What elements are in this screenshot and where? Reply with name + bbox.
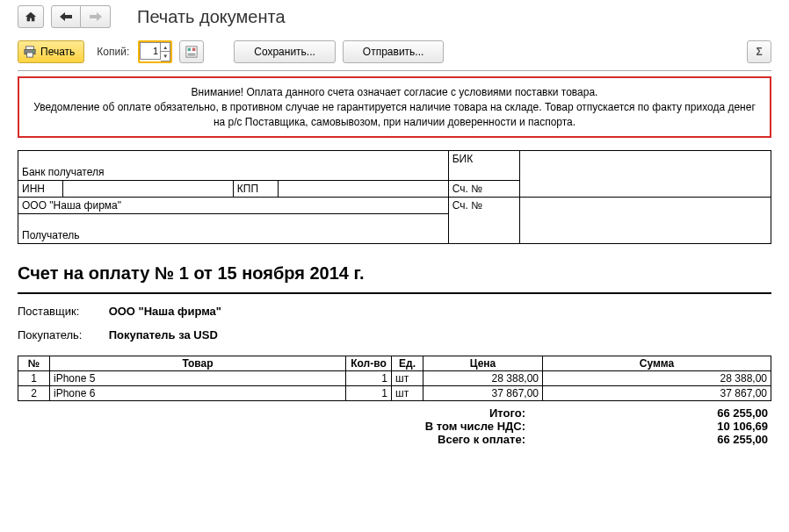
copies-spin: ▲ ▼ xyxy=(161,42,170,61)
buyer-value: Покупатель за USD xyxy=(109,328,218,341)
toolbar: Печать Копий: ▲ ▼ Сохранить... Отправить… xyxy=(0,37,789,70)
print-label: Печать xyxy=(40,46,75,58)
cell-name: iPhone 6 xyxy=(50,386,346,401)
back-button[interactable] xyxy=(51,5,81,28)
cell-num: 2 xyxy=(18,386,50,401)
acc2-value xyxy=(520,198,771,244)
col-unit: Ед. xyxy=(392,356,423,371)
topbar: Печать документа xyxy=(0,0,789,37)
copies-input[interactable] xyxy=(140,42,161,60)
template-button[interactable] xyxy=(179,40,204,63)
home-button[interactable] xyxy=(18,5,44,28)
sigma-icon: Σ xyxy=(756,46,762,58)
vat-value: 10 106,69 xyxy=(543,420,771,433)
supplier-label: Поставщик: xyxy=(18,305,105,318)
cell-sum: 37 867,00 xyxy=(543,386,771,401)
cell-qty: 1 xyxy=(346,371,392,386)
grand-label: Всего к оплате: xyxy=(18,433,543,446)
cell-qty: 1 xyxy=(346,386,392,401)
inn-label: ИНН xyxy=(18,181,63,198)
buyer-row: Покупатель: Покупатель за USD xyxy=(18,328,771,341)
printer-icon xyxy=(24,46,36,58)
cell-unit: шт xyxy=(392,371,423,386)
bik-label: БИК xyxy=(448,151,520,181)
svg-rect-2 xyxy=(27,53,33,57)
table-row: 2 iPhone 6 1 шт 37 867,00 37 867,00 xyxy=(18,386,771,401)
spin-down[interactable]: ▼ xyxy=(161,52,170,61)
subtotal-label: Итого: xyxy=(18,406,543,420)
grand-value: 66 255,00 xyxy=(543,433,771,446)
bank-table: Банк получателя БИК ИНН КПП Сч. № ООО "Н… xyxy=(18,150,771,244)
bik-value xyxy=(520,151,771,198)
cell-price: 28 388,00 xyxy=(423,371,543,386)
col-sum: Сумма xyxy=(543,356,771,371)
warning-line2: Уведомление об оплате обязательно, в про… xyxy=(28,100,761,130)
warning-box: Внимание! Оплата данного счета означает … xyxy=(18,76,771,138)
acc2-label: Сч. № xyxy=(448,198,520,244)
col-qty: Кол-во xyxy=(346,356,392,371)
kpp-label: КПП xyxy=(233,181,278,198)
arrow-left-icon xyxy=(60,12,72,21)
copies-spinner: ▲ ▼ xyxy=(138,40,172,63)
recipient-name: ООО "Наша фирма" xyxy=(18,198,449,214)
document-title: Счет на оплату № 1 от 15 ноября 2014 г. xyxy=(18,263,771,284)
recipient-label: Получатель xyxy=(18,214,449,244)
cell-price: 37 867,00 xyxy=(423,386,543,401)
svg-rect-6 xyxy=(192,48,196,52)
forward-button[interactable] xyxy=(81,5,111,28)
totals: Итого: 66 255,00 В том числе НДС: 10 106… xyxy=(18,406,771,446)
cell-num: 1 xyxy=(18,371,50,386)
copies-label: Копий: xyxy=(97,46,129,58)
grand-row: Всего к оплате: 66 255,00 xyxy=(18,433,771,446)
items-table: № Товар Кол-во Ед. Цена Сумма 1 iPhone 5… xyxy=(18,356,771,401)
acc1-label: Сч. № xyxy=(448,181,520,198)
document-area: Внимание! Оплата данного счета означает … xyxy=(18,70,771,446)
send-button[interactable]: Отправить... xyxy=(343,40,445,63)
svg-rect-0 xyxy=(26,47,34,50)
sigma-button[interactable]: Σ xyxy=(747,40,771,63)
subtotal-value: 66 255,00 xyxy=(543,406,771,420)
col-price: Цена xyxy=(423,356,543,371)
svg-point-3 xyxy=(33,50,34,52)
template-icon xyxy=(185,45,198,59)
supplier-value: ООО "Наша фирма" xyxy=(109,305,221,318)
vat-row: В том числе НДС: 10 106,69 xyxy=(18,420,771,433)
title-underline xyxy=(18,292,771,294)
save-button[interactable]: Сохранить... xyxy=(234,40,336,63)
svg-rect-5 xyxy=(188,48,192,52)
page-title: Печать документа xyxy=(137,7,286,27)
table-row: 1 iPhone 5 1 шт 28 388,00 28 388,00 xyxy=(18,371,771,386)
col-num: № xyxy=(18,356,50,371)
subtotal-row: Итого: 66 255,00 xyxy=(18,406,771,420)
vat-label: В том числе НДС: xyxy=(18,420,543,433)
nav-group xyxy=(51,5,111,28)
buyer-label: Покупатель: xyxy=(18,328,105,341)
home-icon xyxy=(25,11,37,23)
items-header: № Товар Кол-во Ед. Цена Сумма xyxy=(18,356,771,371)
print-button[interactable]: Печать xyxy=(18,40,84,63)
kpp-value xyxy=(278,181,448,198)
col-name: Товар xyxy=(50,356,346,371)
cell-sum: 28 388,00 xyxy=(543,371,771,386)
arrow-right-icon xyxy=(90,12,102,21)
recipient-bank-label: Банк получателя xyxy=(18,151,449,181)
inn-value xyxy=(63,181,234,198)
supplier-row: Поставщик: ООО "Наша фирма" xyxy=(18,305,771,318)
spin-up[interactable]: ▲ xyxy=(161,43,170,52)
cell-name: iPhone 5 xyxy=(50,371,346,386)
cell-unit: шт xyxy=(392,386,423,401)
warning-line1: Внимание! Оплата данного счета означает … xyxy=(28,85,761,100)
